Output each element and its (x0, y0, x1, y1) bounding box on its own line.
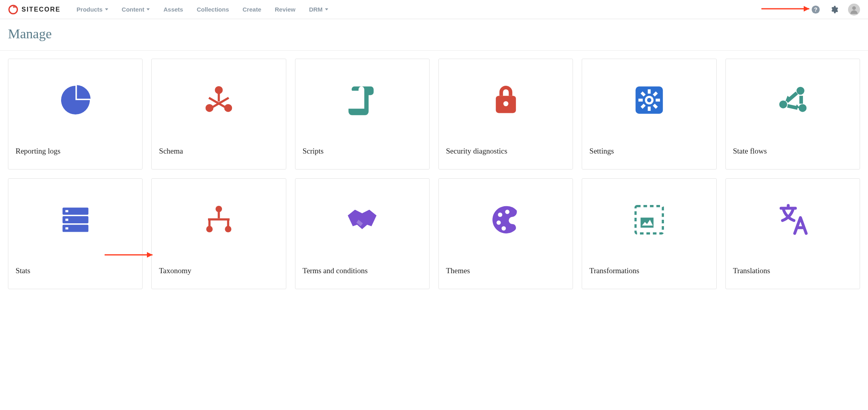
lock-icon (439, 59, 573, 141)
card-reporting-logs[interactable]: Reporting logs (8, 59, 143, 170)
nav-review[interactable]: Review (275, 6, 295, 13)
card-security-diagnostics[interactable]: Security diagnostics (438, 59, 573, 170)
card-terms-and-conditions[interactable]: Terms and conditions (295, 178, 430, 289)
user-avatar[interactable] (848, 4, 860, 16)
handshake-icon (295, 179, 429, 261)
nav-label: Content (122, 6, 145, 13)
settings-button[interactable] (830, 5, 838, 14)
card-label: Taxonomy (152, 261, 198, 282)
card-label: Transformations (582, 261, 646, 282)
card-label: Settings (582, 141, 621, 163)
help-icon: ? (811, 5, 820, 14)
card-settings[interactable]: Settings (582, 59, 716, 170)
nav-label: Collections (197, 6, 229, 13)
card-label: Themes (439, 261, 477, 282)
help-button[interactable]: ? (811, 5, 820, 14)
user-icon (850, 5, 858, 14)
caret-down-icon (325, 8, 328, 10)
nav-collections[interactable]: Collections (197, 6, 229, 13)
card-taxonomy[interactable]: Taxonomy (151, 178, 286, 289)
hierarchy-icon (152, 179, 285, 261)
nav-label: DRM (309, 6, 323, 13)
page-title: Manage (8, 26, 860, 41)
palette-icon (439, 179, 573, 261)
card-translations[interactable]: Translations (725, 178, 860, 289)
nav-right: ? (811, 4, 860, 16)
card-label: Security diagnostics (439, 141, 515, 163)
card-label: State flows (726, 141, 774, 163)
nav-label: Create (243, 6, 262, 13)
page-title-bar: Manage (0, 19, 868, 51)
server-icon (8, 179, 142, 261)
svg-text:?: ? (814, 6, 817, 12)
card-label: Schema (152, 141, 190, 163)
nav-items: Products Content Assets Collections Crea… (77, 6, 328, 13)
scroll-icon (295, 59, 429, 141)
top-nav: SITECORE Products Content Assets Collect… (0, 0, 868, 19)
caret-down-icon (105, 8, 108, 10)
brand-logo[interactable]: SITECORE (8, 4, 61, 15)
annotation-arrow-icon (760, 5, 816, 14)
card-schema[interactable]: Schema (151, 59, 286, 170)
nav-content[interactable]: Content (122, 6, 150, 13)
card-grid: Reporting logs Schema Scripts Security d… (0, 51, 868, 297)
image-frame-icon (582, 179, 716, 261)
gear-icon (830, 5, 838, 14)
cycle-icon (726, 59, 860, 141)
svg-point-45 (852, 6, 856, 10)
pie-chart-icon (8, 59, 142, 141)
nav-create[interactable]: Create (243, 6, 262, 13)
card-label: Terms and conditions (295, 261, 375, 282)
nav-label: Assets (163, 6, 183, 13)
caret-down-icon (147, 8, 150, 10)
card-state-flows[interactable]: State flows (725, 59, 860, 170)
card-transformations[interactable]: Transformations (582, 178, 716, 289)
card-label: Stats (8, 261, 38, 282)
translate-icon (726, 179, 860, 261)
nav-assets[interactable]: Assets (163, 6, 183, 13)
card-stats[interactable]: Stats (8, 178, 143, 289)
card-label: Reporting logs (8, 141, 67, 163)
card-label: Translations (726, 261, 777, 282)
sitecore-logo-icon (8, 4, 18, 15)
molecule-icon (152, 59, 285, 141)
nav-drm[interactable]: DRM (309, 6, 328, 13)
card-scripts[interactable]: Scripts (295, 59, 430, 170)
card-themes[interactable]: Themes (438, 178, 573, 289)
nav-products[interactable]: Products (77, 6, 108, 13)
gear-box-icon (582, 59, 716, 141)
nav-label: Products (77, 6, 103, 13)
nav-label: Review (275, 6, 295, 13)
brand-text: SITECORE (22, 6, 61, 13)
card-label: Scripts (295, 141, 331, 163)
